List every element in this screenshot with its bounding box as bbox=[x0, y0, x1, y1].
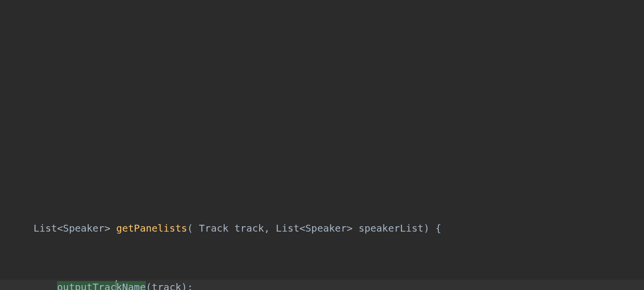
code-editor[interactable]: List<Speaker> getPanelists( Track track,… bbox=[0, 0, 644, 290]
code-line[interactable] bbox=[0, 118, 644, 132]
code-line[interactable]: List<Speaker> getPanelists( Track track,… bbox=[0, 221, 644, 236]
code-line-current[interactable]: outputTrackName(track); bbox=[0, 280, 644, 290]
occurrence-highlight: outputTrac bbox=[57, 281, 116, 290]
method-decl: getPanelists bbox=[116, 222, 188, 234]
code-line[interactable] bbox=[0, 29, 644, 44]
code-line[interactable] bbox=[0, 162, 644, 177]
occurrence-highlight: kName bbox=[116, 281, 146, 290]
code-line[interactable] bbox=[0, 74, 644, 88]
